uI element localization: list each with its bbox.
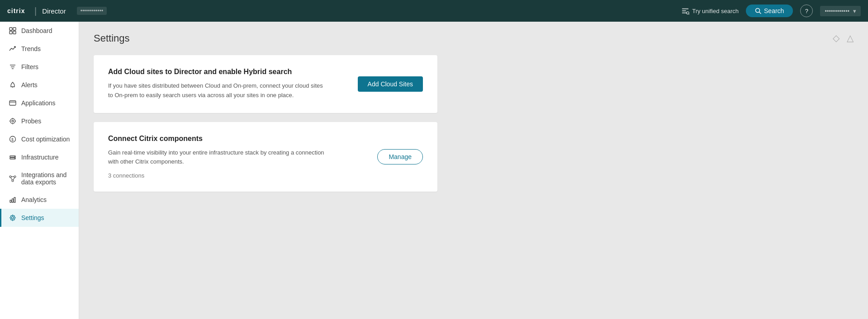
svg-rect-37: [12, 199, 14, 202]
svg-point-29: [14, 158, 15, 159]
sidebar-item-label: Settings: [21, 214, 44, 221]
trends-icon: [9, 45, 17, 53]
svg-rect-9: [13, 28, 16, 30]
svg-text:$: $: [11, 137, 14, 142]
sidebar-item-settings[interactable]: Settings: [0, 209, 79, 227]
chevron-down-icon: ▾: [853, 8, 856, 14]
sidebar-item-trends[interactable]: Trends: [0, 40, 79, 58]
sidebar-item-infrastructure[interactable]: Infrastructure: [0, 148, 79, 166]
sidebar-item-label: Probes: [21, 117, 41, 125]
applications-icon: [9, 99, 17, 107]
user-dropdown[interactable]: •••••••••••• ▾: [820, 6, 861, 16]
topnav: citrix | Director •••••••••••• Try unifi…: [0, 0, 868, 22]
probes-icon: [9, 117, 17, 125]
help-button[interactable]: ?: [800, 5, 813, 17]
svg-point-30: [9, 176, 11, 178]
svg-point-18: [10, 119, 15, 124]
try-unified-search-label: Try unified search: [692, 8, 739, 14]
settings-icon: [9, 214, 17, 222]
cost-optimization-icon: $: [9, 135, 17, 143]
svg-rect-11: [13, 31, 16, 34]
alerts-icon: [9, 81, 17, 89]
diamond-icon: ◇: [833, 33, 840, 43]
svg-point-32: [12, 180, 14, 182]
sidebar-item-analytics[interactable]: Analytics: [0, 191, 79, 209]
add-cloud-sites-button[interactable]: Add Cloud Sites: [358, 76, 423, 92]
help-icon: ?: [805, 8, 808, 14]
citrix-components-card-content: Connect Citrix components Gain real-time…: [108, 135, 325, 179]
svg-rect-36: [10, 200, 11, 202]
infrastructure-icon: [9, 153, 17, 161]
logo-divider: |: [34, 6, 37, 16]
citrix-svg-icon: citrix: [7, 6, 29, 15]
citrix-components-card-desc: Gain real-time visibility into your enti…: [108, 148, 325, 167]
try-unified-search-btn[interactable]: Try unified search: [681, 7, 739, 15]
diamond-icon-button[interactable]: ◇: [833, 33, 840, 43]
svg-rect-1: [682, 9, 688, 9]
unified-search-icon: [681, 7, 689, 15]
citrix-components-card-row: Connect Citrix components Gain real-time…: [108, 135, 423, 179]
cloud-sites-card-content: Add Cloud sites to Director and enable H…: [108, 68, 325, 100]
svg-line-5: [689, 14, 689, 14]
svg-point-28: [14, 156, 15, 157]
alert-triangle-icon: △: [847, 33, 854, 43]
sidebar-item-alerts[interactable]: Alerts: [0, 76, 79, 94]
topright-icons: ◇ △: [833, 33, 854, 43]
cloud-sites-card-desc: If you have sites distributed between Cl…: [108, 81, 325, 100]
app-logo: citrix | Director: [7, 6, 66, 16]
sidebar-item-integrations[interactable]: Integrations and data exports: [0, 166, 79, 191]
alert-triangle-icon-button[interactable]: △: [847, 33, 854, 43]
citrix-components-card-title: Connect Citrix components: [108, 135, 325, 143]
topnav-right: Try unified search Search ? ••••••••••••…: [681, 5, 861, 17]
user-name: ••••••••••••: [825, 8, 849, 14]
cloud-sites-card: Add Cloud sites to Director and enable H…: [94, 55, 437, 113]
cloud-sites-card-title: Add Cloud sites to Director and enable H…: [108, 68, 325, 76]
integrations-icon: [9, 174, 17, 183]
sidebar-item-cost-optimization[interactable]: $ Cost optimization: [0, 130, 79, 148]
svg-rect-8: [9, 28, 12, 30]
svg-rect-38: [14, 197, 15, 202]
svg-line-35: [13, 178, 15, 180]
filters-icon: [9, 63, 17, 71]
manage-button[interactable]: Manage: [377, 149, 423, 164]
search-btn-label: Search: [764, 7, 784, 14]
svg-point-31: [14, 176, 16, 178]
svg-rect-2: [682, 10, 686, 11]
citrix-components-card: Connect Citrix components Gain real-time…: [94, 122, 437, 192]
svg-point-39: [12, 217, 14, 219]
sidebar-item-label: Infrastructure: [21, 154, 58, 161]
page-title: Settings: [94, 33, 854, 44]
dashboard-icon: [9, 27, 17, 35]
app-name: Director: [42, 7, 66, 15]
sidebar-item-label: Filters: [21, 63, 38, 70]
search-icon: [755, 8, 761, 14]
sidebar: Dashboard Trends Filters Alerts Applicat: [0, 22, 79, 319]
main-content: Settings Add Cloud sites to Director and…: [79, 22, 868, 319]
svg-rect-3: [682, 13, 687, 14]
sidebar-item-label: Integrations and data exports: [21, 171, 71, 186]
svg-line-34: [11, 178, 13, 180]
sidebar-item-probes[interactable]: Probes: [0, 112, 79, 130]
svg-rect-10: [9, 31, 12, 34]
sidebar-item-applications[interactable]: Applications: [0, 94, 79, 112]
sidebar-item-label: Trends: [21, 45, 41, 52]
sidebar-item-label: Analytics: [21, 196, 47, 203]
sidebar-item-label: Dashboard: [21, 27, 52, 34]
svg-line-7: [759, 12, 761, 14]
svg-point-19: [12, 120, 14, 122]
sidebar-item-label: Cost optimization: [21, 136, 70, 143]
citrix-logo: citrix: [7, 6, 29, 15]
sidebar-item-label: Alerts: [21, 81, 38, 89]
svg-rect-16: [9, 101, 16, 105]
analytics-icon: [9, 196, 17, 204]
connections-count: 3 connections: [108, 172, 325, 179]
sidebar-item-filters[interactable]: Filters: [0, 58, 79, 76]
svg-text:citrix: citrix: [7, 7, 25, 14]
sidebar-item-label: Applications: [21, 99, 56, 107]
search-button[interactable]: Search: [746, 5, 793, 17]
sidebar-item-dashboard[interactable]: Dashboard: [0, 22, 79, 40]
cloud-sites-card-row: Add Cloud sites to Director and enable H…: [108, 68, 423, 100]
main-layout: Dashboard Trends Filters Alerts Applicat: [0, 22, 868, 319]
current-site: ••••••••••••: [77, 7, 107, 15]
